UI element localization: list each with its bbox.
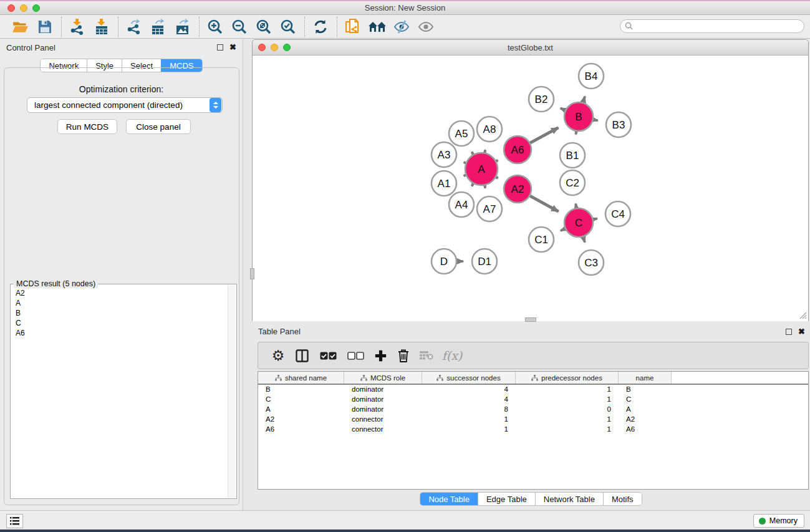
graph-node-A4[interactable]: A4 xyxy=(449,192,474,217)
export-table-button[interactable] xyxy=(148,17,169,37)
graph-node-B[interactable]: B xyxy=(564,102,593,131)
graph-edge-A-A6[interactable] xyxy=(496,160,498,161)
open-session-button[interactable] xyxy=(10,17,31,37)
zoom-out-button[interactable] xyxy=(229,17,250,37)
graph-node-D1[interactable]: D1 xyxy=(472,249,497,274)
graph-edge-B-B4[interactable] xyxy=(583,97,585,103)
table-settings-button[interactable]: ⚙ xyxy=(267,346,289,365)
float-panel-button[interactable] xyxy=(217,44,223,51)
tab-network-table[interactable]: Network Table xyxy=(535,493,603,505)
zoom-in-icon xyxy=(207,19,223,35)
graph-edge-C-C3[interactable] xyxy=(583,237,585,243)
show-task-history-button[interactable] xyxy=(6,514,23,528)
refresh-button[interactable] xyxy=(310,17,331,37)
save-session-button[interactable] xyxy=(34,17,55,37)
memory-button[interactable]: Memory xyxy=(753,514,804,528)
new-network-from-selection-button[interactable] xyxy=(342,17,364,37)
split-columns-button[interactable] xyxy=(289,346,314,365)
graph-node-B2[interactable]: B2 xyxy=(529,87,554,112)
show-selected-button[interactable] xyxy=(415,17,436,37)
graph-edge-A-A4[interactable] xyxy=(472,184,473,186)
graph-edge-C-C2[interactable] xyxy=(576,204,576,208)
mcds-result-list[interactable]: A2ABCA6 xyxy=(11,284,236,342)
graph-node-D[interactable]: D xyxy=(432,249,456,274)
export-network-button[interactable] xyxy=(123,17,145,37)
graph-edge-A-A1[interactable] xyxy=(464,175,466,176)
graph-node-C4[interactable]: C4 xyxy=(605,201,630,226)
graph-edge-B-B1[interactable] xyxy=(576,132,576,135)
mcds-result-item[interactable]: B xyxy=(16,308,231,318)
horizontal-scroll-nub[interactable] xyxy=(525,317,536,322)
graph-node-C1[interactable]: C1 xyxy=(529,227,554,252)
table-row[interactable]: Adominator80A xyxy=(258,405,808,415)
tab-motifs[interactable]: Motifs xyxy=(603,493,642,505)
graph-node-A6[interactable]: A6 xyxy=(504,136,531,163)
network-canvas[interactable]: B4B2BB3A8A5A6A3B1AA1C2A2A4A7C4CC1C3DD1 xyxy=(253,56,808,321)
delete-column-button[interactable] xyxy=(392,346,415,365)
graph-edge-A-A5[interactable] xyxy=(472,152,473,155)
function-builder-button[interactable]: f(x) xyxy=(438,346,466,365)
graph-edge-C-C4[interactable] xyxy=(593,218,597,219)
graph-node-A5[interactable]: A5 xyxy=(449,121,474,146)
graph-node-B3[interactable]: B3 xyxy=(606,112,631,137)
graph-node-B4[interactable]: B4 xyxy=(579,64,604,89)
mcds-result-item[interactable]: C xyxy=(16,318,231,328)
zoom-in-button[interactable] xyxy=(205,17,226,37)
tab-edge-table[interactable]: Edge Table xyxy=(478,493,535,505)
mcds-list-scrollbar[interactable] xyxy=(228,285,236,498)
mcds-result-item[interactable]: A xyxy=(16,298,231,308)
deselect-all-button[interactable] xyxy=(342,346,369,365)
export-image-button[interactable] xyxy=(172,17,193,37)
import-network-button[interactable] xyxy=(67,17,88,37)
select-all-button[interactable] xyxy=(314,346,342,365)
graph-node-C[interactable]: C xyxy=(564,208,593,237)
graph-edge-C-C1[interactable] xyxy=(561,229,565,231)
close-panel-button[interactable]: Close panel xyxy=(126,119,191,134)
mcds-result-item[interactable]: A6 xyxy=(16,328,231,338)
graph-edge-B-B2[interactable] xyxy=(561,108,566,110)
graph-edge-A-A2[interactable] xyxy=(496,177,498,178)
table-row[interactable]: A2connector11A2 xyxy=(258,415,808,425)
close-table-panel-icon[interactable]: ✖ xyxy=(798,329,805,335)
search-input[interactable] xyxy=(620,19,804,33)
table-row[interactable]: A6connector11A6 xyxy=(258,425,808,435)
mcds-result-item[interactable]: A2 xyxy=(16,288,231,298)
table-row[interactable]: Cdominator41C xyxy=(258,395,808,405)
tab-node-table[interactable]: Node Table xyxy=(420,493,478,505)
close-panel-icon[interactable]: ✖ xyxy=(229,44,236,51)
hide-selected-button[interactable] xyxy=(391,17,412,37)
graph-node-A7[interactable]: A7 xyxy=(477,196,502,221)
network-overview-button[interactable] xyxy=(367,17,388,37)
column-header-predecessor-nodes[interactable]: predecessor nodes xyxy=(516,372,619,384)
graph-node-C2[interactable]: C2 xyxy=(560,170,585,195)
resize-grip-icon[interactable] xyxy=(798,311,807,319)
graph-edge-A-A3[interactable] xyxy=(464,162,466,163)
column-header-successor-nodes[interactable]: successor nodes xyxy=(422,372,516,384)
column-header-name[interactable]: name xyxy=(619,372,672,384)
graph-node-A8[interactable]: A8 xyxy=(477,117,502,142)
vertical-scroll-nub[interactable] xyxy=(250,268,254,279)
zoom-fit-button[interactable] xyxy=(253,17,274,37)
graph-edge-A6-B[interactable] xyxy=(530,128,558,143)
graph-node-A2[interactable]: A2 xyxy=(504,175,531,203)
add-column-button[interactable] xyxy=(369,346,392,365)
delete-table-button[interactable] xyxy=(415,346,438,365)
column-header-shared-name[interactable]: shared name xyxy=(258,372,344,384)
graph-node-B1[interactable]: B1 xyxy=(560,143,585,168)
criterion-select[interactable]: largest connected component (directed) xyxy=(27,97,223,113)
graph-node-C3[interactable]: C3 xyxy=(579,250,604,275)
graph-edge-A-A7[interactable] xyxy=(485,186,485,188)
graph-node-A[interactable]: A xyxy=(465,153,498,185)
column-header-MCDS-role[interactable]: MCDS role xyxy=(344,372,422,384)
graph-edge-B-B3[interactable] xyxy=(594,120,598,120)
graph-edge-A2-C[interactable] xyxy=(530,196,559,211)
graph-node-A3[interactable]: A3 xyxy=(432,142,456,167)
import-table-button[interactable] xyxy=(91,17,112,37)
run-mcds-button[interactable]: Run MCDS xyxy=(57,119,117,134)
graph-edge-A-A8[interactable] xyxy=(485,150,485,152)
graph-node-A1[interactable]: A1 xyxy=(432,171,456,196)
float-table-panel-button[interactable] xyxy=(786,329,792,335)
open-folder-icon xyxy=(12,20,29,34)
table-row[interactable]: Bdominator41B xyxy=(258,385,808,395)
zoom-selected-button[interactable] xyxy=(277,17,299,37)
